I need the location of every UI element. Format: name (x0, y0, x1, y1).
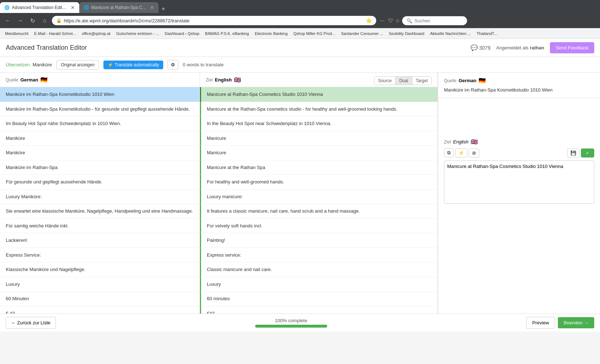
right-target-label: Ziel (444, 139, 451, 145)
table-row[interactable]: Sie erwartet eine klassische Maniküre, N… (0, 204, 200, 219)
table-row[interactable]: Maniküre im Rathan-Spa Kosmetikstudio - … (0, 102, 200, 117)
new-tab-button[interactable]: + (159, 5, 168, 13)
table-row[interactable]: Lackieren! (0, 233, 200, 248)
bookmark-email[interactable]: E-Mail - Harald Schmi... (32, 31, 78, 36)
bookmark-thailand[interactable]: ThailandT... (475, 31, 499, 36)
target-column-header: Ziel English 🇬🇧 Source Dual Target (200, 73, 437, 87)
active-tab-close[interactable]: ✕ (71, 5, 75, 10)
back-button[interactable]: ← (3, 15, 13, 26)
table-row[interactable]: Classic manicure and nail care. (200, 262, 437, 277)
table-row[interactable]: Luxury Maniküre: (0, 190, 200, 204)
table-row[interactable]: Manicure at the Rathan-Spa cosmetics stu… (200, 102, 437, 117)
bookmark-dashboard[interactable]: Dashboard ‹ Qshop (163, 31, 201, 36)
confirm-button[interactable]: ✓ (581, 148, 594, 157)
bottom-bar: ← Zurück zur Liste 100% complete Preview… (0, 314, 600, 332)
source-view-btn[interactable]: Source (374, 77, 396, 85)
show-original-button[interactable]: Original anzeigen (56, 60, 99, 70)
bookmark-gutscheine[interactable]: Gutscheine einlösen - ... (114, 31, 161, 36)
inactive-tab-close[interactable]: ✕ (150, 5, 154, 10)
copy-action-button[interactable]: ⧉ (444, 148, 454, 157)
finish-button[interactable]: Beenden → (558, 317, 594, 328)
search-input[interactable] (414, 18, 450, 23)
table-row[interactable]: Express Service: (0, 248, 200, 263)
progress-label: 100% complete (275, 318, 307, 323)
table-row[interactable]: Im Beauty Hot Spot nähe Schwedenplatz in… (0, 116, 200, 131)
right-panel: Quelle German 🇩🇪 Maniküre im Rathan-Spa … (438, 73, 600, 314)
table-row[interactable]: In the Beauty Hot Spot near Schwedenplat… (200, 116, 437, 131)
search-bar: 🔍 (402, 16, 467, 25)
table-row[interactable]: Manicure at Rathan-Spa Cosmetics Studio … (200, 87, 437, 102)
table-row[interactable]: It features a classic manicure, nail car… (200, 204, 437, 219)
table-row[interactable]: Express service: (200, 248, 437, 263)
send-feedback-button[interactable]: Send Feedback (550, 42, 594, 53)
source-flag: 🇩🇪 (40, 76, 48, 83)
bookmark-nachrichten[interactable]: Aktuelle Nachrichten ... (428, 31, 473, 36)
table-row[interactable]: Maniküre im Rathan-Spa Kosmetikstudio 10… (0, 87, 200, 102)
table-row[interactable]: Luxury (0, 277, 200, 292)
home-button[interactable]: ⌂ (40, 15, 50, 26)
forward-button[interactable]: → (15, 15, 25, 26)
reset-action-button[interactable]: ⊘ (469, 148, 479, 157)
right-target-flag: 🇬🇧 (471, 138, 478, 145)
dual-view-btn[interactable]: Dual (396, 77, 412, 85)
inactive-tab[interactable]: 🌐 Manicure at Rathan-Spa Cosm... ✕ (79, 2, 159, 13)
settings-button[interactable]: ⚙ (168, 60, 178, 70)
target-rows-scroll[interactable]: Manicure at Rathan-Spa Cosmetics Studio … (200, 87, 437, 314)
target-column: Ziel English 🇬🇧 Source Dual Target Manic… (200, 73, 437, 314)
auto-translate-action-button[interactable]: ⚡ (455, 148, 467, 157)
progress-section: 100% complete (56, 318, 526, 328)
table-row[interactable]: Für samtig weiche Hände inkl. (0, 219, 200, 234)
reload-button[interactable]: ↻ (27, 15, 37, 26)
table-row[interactable]: Maniküre im Rathan-Spa (0, 160, 200, 175)
source-column: Quelle German 🇩🇪 Maniküre im Rathan-Spa … (0, 73, 200, 314)
right-target-actions: ⧉ ⚡ ⊘ 💾 ✓ (444, 148, 594, 157)
preview-button[interactable]: Preview (526, 317, 555, 329)
source-label: Quelle (6, 77, 18, 83)
bookmark-office[interactable]: office@qshop.at (80, 31, 112, 36)
table-row[interactable]: Manicure (200, 131, 437, 146)
table-row[interactable]: Luxury manicure: (200, 190, 437, 204)
table-row[interactable]: 60 Minuten (0, 292, 200, 306)
target-view-btn[interactable]: Target (412, 77, 431, 85)
right-source-text: Maniküre im Rathan-Spa Kosmetikstudio 10… (444, 87, 594, 93)
app-title: Advanced Translation Editor (6, 44, 471, 52)
credit-number: 3079 (479, 45, 490, 51)
source-rows-scroll[interactable]: Maniküre im Rathan-Spa Kosmetikstudio 10… (0, 87, 200, 314)
target-label: Ziel (206, 77, 213, 83)
table-row[interactable]: Klassische Maniküre und Nagelpflege. (0, 262, 200, 277)
credit-icon: 💬 (471, 44, 478, 51)
view-toggle: Source Dual Target (374, 76, 432, 85)
bookmark-electronic[interactable]: Electronic Banking (253, 31, 290, 36)
star-icon[interactable]: ☆ (395, 18, 400, 23)
url-input[interactable] (64, 18, 364, 23)
save-draft-button[interactable]: 💾 (567, 148, 579, 157)
tab2-favicon: 🌐 (84, 5, 89, 10)
table-row[interactable]: Manicure at the Rathan Spa (200, 160, 437, 175)
bookmark-bawag[interactable]: BAWAG P.S.K. eBanking (203, 31, 251, 36)
table-row[interactable]: €43 (200, 306, 437, 314)
bookmark-star-icon[interactable]: ⭐ (366, 18, 372, 23)
table-row[interactable]: For velvety soft hands incl. (200, 219, 437, 234)
credit-count: 💬 3079 (471, 44, 490, 51)
auto-translate-button[interactable]: ⚡ Translate automatically (103, 61, 163, 69)
bookmark-meistbesucht[interactable]: Meistbesucht (3, 31, 31, 36)
table-row[interactable]: Painting! (200, 233, 437, 248)
table-row[interactable]: Maniküre (0, 131, 200, 146)
target-textarea[interactable]: Manicure at Rathan-Spa Cosmetics Studio … (444, 160, 594, 204)
logged-in-label: Angemeldet als (496, 45, 529, 50)
table-row[interactable]: Manicure (200, 146, 437, 160)
table-row[interactable]: Für gesunde und gepflegt aussehende Händ… (0, 175, 200, 190)
table-row[interactable]: 60 minutes (200, 292, 437, 306)
bookmark-seobility[interactable]: Seobility Dashboard (387, 31, 426, 36)
table-row[interactable]: Luxury (200, 277, 437, 292)
table-row[interactable]: € 43,- (0, 306, 200, 314)
back-to-list-button[interactable]: ← Zurück zur Liste (6, 317, 56, 329)
tab-favicon: 🌐 (4, 5, 10, 10)
active-tab[interactable]: 🌐 Advanced Translation Editor - V... ✕ (0, 2, 79, 13)
bookmark-qshop[interactable]: Qshop Miller KG Prod... (291, 31, 337, 36)
bookmark-santander[interactable]: Santander Consumer ... (339, 31, 385, 36)
security-icon: 🔒 (56, 18, 62, 23)
table-row[interactable]: For healthy and well-groomed hands. (200, 175, 437, 190)
table-row[interactable]: Maniküre (0, 146, 200, 160)
translate-link[interactable]: Übersetzen (6, 62, 30, 67)
